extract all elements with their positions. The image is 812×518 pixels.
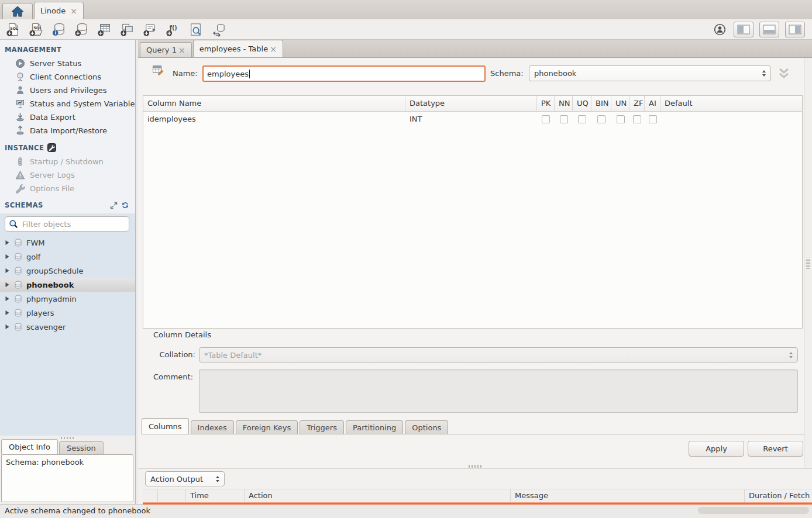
sidebar-item-data-import-restore[interactable]: Data Import/Restore (0, 124, 135, 137)
output-selector[interactable]: Action Output (145, 471, 225, 486)
create-procedure-button[interactable] (142, 21, 158, 37)
detail-tab-options[interactable]: Options (405, 420, 448, 434)
sidebar-item-data-export[interactable]: Data Export (0, 110, 135, 124)
editor-tab-employees-table[interactable]: employees - Table× (193, 40, 283, 57)
checkbox-icon (649, 115, 657, 123)
schema-item-phonebook[interactable]: phonebook (0, 278, 135, 292)
schema-item-players[interactable]: players (0, 306, 135, 320)
expander-icon[interactable] (4, 282, 10, 288)
schema-item-fwm[interactable]: FWM (0, 236, 135, 250)
cell-column-name[interactable]: idemployees (143, 112, 405, 127)
flag-checkbox-nn[interactable] (555, 112, 573, 127)
schema-item-scavenger[interactable]: scavenger (0, 320, 135, 334)
table-name-input[interactable]: employees (202, 65, 486, 82)
flag-checkbox-pk[interactable] (537, 112, 555, 127)
toolbar-left: SQLSQLiƒ() (5, 21, 226, 37)
tab-label: employees - Table (199, 44, 269, 53)
flag-checkbox-ai[interactable] (645, 112, 660, 127)
close-icon[interactable]: × (70, 7, 77, 15)
system-variables-icon (15, 99, 25, 109)
toggle-left-panel-button[interactable] (734, 22, 753, 37)
expander-icon[interactable] (4, 324, 10, 330)
schema-name: groupSchedule (26, 267, 84, 275)
table-inspector-button[interactable] (187, 21, 204, 37)
flag-checkbox-bin[interactable] (591, 112, 611, 127)
filter-input[interactable] (21, 219, 125, 229)
schema-item-groupschedule[interactable]: groupSchedule (0, 264, 135, 278)
output-header-time: Time (186, 489, 245, 503)
sidebar-item-options-file: Options File (0, 182, 135, 195)
detail-tab-partitioning[interactable]: Partitioning (346, 420, 403, 434)
open-sql-script-button[interactable]: SQL (27, 21, 44, 37)
expander-icon[interactable] (4, 240, 10, 246)
startup-shutdown-icon (15, 157, 25, 167)
expander-icon[interactable] (4, 254, 10, 260)
client-connections-icon (15, 72, 25, 82)
expander-icon[interactable] (4, 268, 10, 274)
grid-header-column-name: Column Name (143, 96, 405, 111)
table-editor-form: Name: employees Schema: phonebook (138, 58, 812, 95)
schema-inspector-button[interactable]: i (50, 21, 67, 37)
user-lock-button[interactable] (711, 21, 728, 37)
instance-config-icon (47, 143, 56, 152)
object-info-tab-session[interactable]: Session (59, 441, 104, 454)
collapse-header-chevrons-icon[interactable] (777, 67, 791, 79)
editor-tab-query-1[interactable]: Query 1× (140, 42, 192, 57)
expand-schemas-icon[interactable] (110, 202, 118, 209)
cell-datatype[interactable]: INT (405, 112, 537, 127)
new-sql-tab-button[interactable]: SQL (5, 21, 21, 37)
spinner-icon (789, 352, 793, 358)
right-panel-splitter[interactable] (804, 58, 812, 468)
window-tab-linode[interactable]: Linode× (34, 2, 84, 19)
output-splitter[interactable] (138, 464, 812, 468)
close-icon[interactable]: × (270, 45, 277, 53)
detail-tab-foreign-keys[interactable]: Foreign Keys (236, 420, 298, 434)
schema-item-golf[interactable]: golf (0, 250, 135, 264)
detail-tabs: ColumnsIndexesForeign KeysTriggersPartit… (142, 419, 804, 434)
create-view-button[interactable] (119, 21, 135, 37)
schema-inspector-icon: i (51, 22, 66, 37)
sidebar-item-status-and-system-variables[interactable]: Status and System Variables (0, 97, 135, 110)
close-icon[interactable]: × (178, 46, 185, 54)
refresh-schemas-icon[interactable] (121, 201, 129, 209)
sidebar-item-label: Data Import/Restore (30, 126, 107, 135)
checkbox-icon (560, 115, 568, 123)
cell-default[interactable] (660, 112, 802, 127)
checkbox-icon (578, 115, 586, 123)
sidebar-item-label: Server Logs (30, 171, 75, 179)
checkbox-icon (633, 115, 641, 123)
object-info-tab-object-info[interactable]: Object Info (1, 439, 58, 454)
flag-checkbox-uq[interactable] (573, 112, 591, 127)
detail-tab-columns[interactable]: Columns (142, 418, 189, 434)
data-migration-button[interactable] (210, 21, 226, 37)
schema-label: Schema: (490, 65, 524, 82)
detail-tab-indexes[interactable]: Indexes (191, 420, 234, 434)
toggle-bottom-panel-icon (763, 25, 776, 34)
tab-label: Partitioning (353, 423, 396, 432)
panel-splitter-grip[interactable] (61, 437, 75, 439)
horizontal-scrollbar[interactable] (698, 507, 809, 514)
toggle-bottom-panel-button[interactable] (759, 22, 779, 37)
sidebar-item-client-connections[interactable]: Client Connections (0, 70, 135, 84)
sidebar-item-server-status[interactable]: Server Status (0, 57, 135, 70)
home-tab[interactable] (2, 3, 33, 19)
create-schema-button[interactable] (73, 21, 90, 37)
schema-item-phpmyadmin[interactable]: phpmyadmin (0, 292, 135, 306)
revert-button[interactable]: Revert (748, 441, 803, 457)
expander-icon[interactable] (4, 310, 10, 316)
apply-button[interactable]: Apply (689, 441, 744, 457)
expander-icon[interactable] (4, 296, 10, 302)
schema-select[interactable]: phonebook (529, 65, 771, 81)
schema-name: scavenger (26, 323, 66, 331)
output-selected-row[interactable] (143, 502, 812, 505)
output-selector-value: Action Output (150, 475, 212, 484)
flag-checkbox-un[interactable] (611, 112, 629, 127)
detail-tab-triggers[interactable]: Triggers (300, 420, 344, 434)
grid-row[interactable]: idemployeesINT (143, 112, 802, 127)
search-icon (9, 219, 18, 229)
sidebar-item-users-and-privileges[interactable]: Users and Privileges (0, 84, 135, 97)
flag-checkbox-zf[interactable] (629, 112, 645, 127)
create-function-button[interactable]: ƒ() (164, 21, 181, 37)
toggle-right-panel-button[interactable] (785, 22, 805, 37)
create-table-button[interactable] (96, 21, 112, 37)
